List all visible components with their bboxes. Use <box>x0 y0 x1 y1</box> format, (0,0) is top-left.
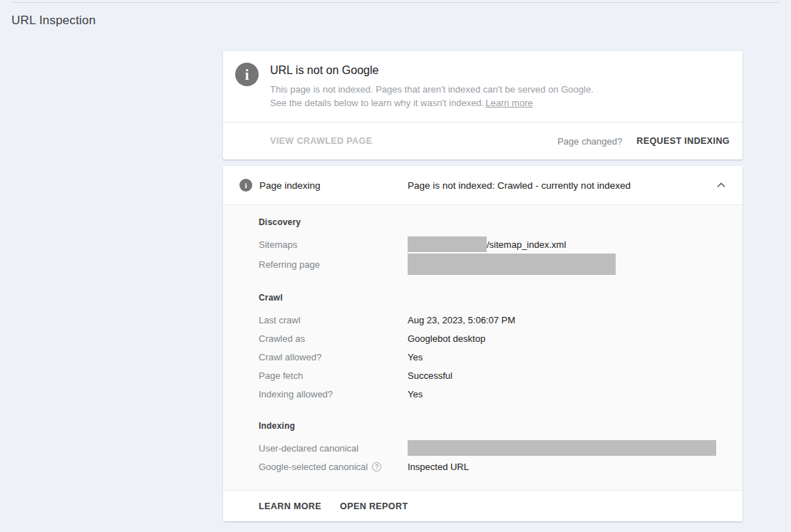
row-label: Page fetch <box>259 370 408 381</box>
open-report-button[interactable]: OPEN REPORT <box>340 501 408 511</box>
page-indexing-status: Page is not indexed: Crawled - currently… <box>408 180 715 191</box>
redacted-value <box>408 254 616 275</box>
info-icon-glyph: i <box>244 182 247 189</box>
info-icon-small: i <box>239 179 252 192</box>
row-value <box>408 440 716 456</box>
view-crawled-page-button[interactable]: VIEW CRAWLED PAGE <box>270 136 372 146</box>
row-label: Sitemaps <box>259 239 408 250</box>
row-label-text: Referring page <box>259 259 320 270</box>
info-icon: i <box>235 63 259 86</box>
section-title: Discovery <box>259 217 725 227</box>
row-label-text: Crawl allowed? <box>259 352 321 363</box>
detail-row: Last crawlAug 23, 2023, 5:06:07 PM <box>259 311 725 329</box>
status-card: i URL is not on Google This page is not … <box>223 51 743 160</box>
row-value-text: Googlebot desktop <box>408 333 485 344</box>
redacted-value <box>408 440 716 456</box>
row-label: Crawled as <box>259 333 408 344</box>
redacted-value <box>408 236 487 252</box>
row-value-text: Yes <box>408 352 423 363</box>
status-description-text: This page is not indexed. Pages that are… <box>270 84 594 108</box>
status-card-actions: VIEW CRAWLED PAGE Page changed? REQUEST … <box>223 122 743 160</box>
row-label-text: User-declared canonical <box>259 443 358 454</box>
status-description: This page is not indexed. Pages that are… <box>270 83 606 110</box>
section-title: Indexing <box>259 421 725 431</box>
row-label-text: Google-selected canonical <box>259 461 368 472</box>
request-indexing-button[interactable]: REQUEST INDEXING <box>636 136 730 146</box>
status-title: URL is not on Google <box>270 64 606 77</box>
row-value: Yes <box>408 352 423 363</box>
page-indexing-body: DiscoverySitemaps/sitemap_index.xmlRefer… <box>223 205 743 490</box>
row-value: Googlebot desktop <box>408 333 485 344</box>
row-label: Referring page <box>259 259 408 270</box>
learn-more-link[interactable]: Learn more <box>485 98 532 108</box>
row-value <box>408 254 616 275</box>
detail-row: Referring page <box>259 254 725 275</box>
row-value-text: /sitemap_index.xml <box>487 239 566 250</box>
row-label: Google-selected canonical? <box>259 461 408 472</box>
row-label-text: Page fetch <box>259 370 303 381</box>
page-changed-label: Page changed? <box>557 136 622 147</box>
page-indexing-title: Page indexing <box>259 180 408 191</box>
detail-row: Crawl allowed?Yes <box>259 348 725 366</box>
row-value-text: Aug 23, 2023, 5:06:07 PM <box>408 315 515 325</box>
page-indexing-header[interactable]: i Page indexing Page is not indexed: Cra… <box>223 166 743 205</box>
detail-section: DiscoverySitemaps/sitemap_index.xmlRefer… <box>259 217 725 275</box>
page-title: URL Inspection <box>11 14 95 28</box>
page-indexing-card: i Page indexing Page is not indexed: Cra… <box>223 166 743 521</box>
row-label: Crawl allowed? <box>259 352 408 363</box>
detail-row: Sitemaps/sitemap_index.xml <box>259 235 725 254</box>
row-value-text: Inspected URL <box>408 461 469 472</box>
actions-right: Page changed? REQUEST INDEXING <box>557 136 730 147</box>
row-value-text: Successful <box>408 370 453 381</box>
row-label-text: Crawled as <box>259 333 305 344</box>
detail-row: Indexing allowed?Yes <box>259 385 725 403</box>
row-value: Aug 23, 2023, 5:06:07 PM <box>408 315 515 325</box>
detail-row: Google-selected canonical?Inspected URL <box>259 457 725 476</box>
detail-row: Crawled asGooglebot desktop <box>259 329 725 348</box>
row-label: Indexing allowed? <box>259 389 408 400</box>
status-texts: URL is not on Google This page is not in… <box>270 63 606 110</box>
row-label: Last crawl <box>259 315 408 325</box>
learn-more-button[interactable]: LEARN MORE <box>259 501 321 511</box>
row-value-text: Yes <box>408 389 423 400</box>
row-label-text: Last crawl <box>259 315 301 325</box>
detail-section: IndexingUser-declared canonicalGoogle-se… <box>259 421 725 476</box>
detail-section: CrawlLast crawlAug 23, 2023, 5:06:07 PMC… <box>259 293 725 403</box>
page-indexing-footer: LEARN MORE OPEN REPORT <box>223 490 743 521</box>
row-value: /sitemap_index.xml <box>408 236 566 252</box>
help-icon[interactable]: ? <box>372 462 381 471</box>
chevron-up-icon[interactable] <box>715 179 727 191</box>
row-value: Successful <box>408 370 453 381</box>
section-title: Crawl <box>259 293 725 303</box>
row-value: Inspected URL <box>408 461 469 472</box>
top-divider <box>11 2 780 3</box>
row-value: Yes <box>408 389 423 400</box>
detail-row: Page fetchSuccessful <box>259 366 725 385</box>
row-label-text: Indexing allowed? <box>259 389 333 400</box>
detail-row: User-declared canonical <box>259 439 725 457</box>
info-icon-glyph: i <box>245 68 249 82</box>
status-card-main: i URL is not on Google This page is not … <box>223 51 743 122</box>
row-label-text: Sitemaps <box>259 239 297 250</box>
row-label: User-declared canonical <box>259 443 408 454</box>
